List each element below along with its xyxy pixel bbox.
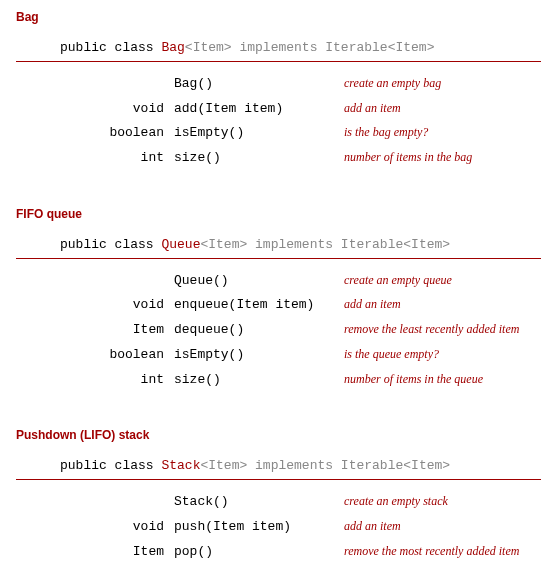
return-type: int — [16, 368, 174, 393]
type-param: <Item> — [200, 237, 247, 252]
return-type: boolean — [16, 121, 174, 146]
method-description: remove the least recently added item — [344, 318, 541, 341]
return-type: void — [16, 97, 174, 122]
method-signature: add(Item item) — [174, 97, 344, 122]
type-param: <Item> — [200, 458, 247, 473]
method-signature: enqueue(Item item) — [174, 293, 344, 318]
section-title: Bag — [16, 10, 541, 24]
class-signature: public class Queue<Item> implements Iter… — [16, 237, 541, 259]
method-description: add an item — [344, 97, 541, 120]
method-description: create an empty bag — [344, 72, 541, 95]
method-description: create an empty stack — [344, 490, 541, 513]
api-section: FIFO queuepublic class Queue<Item> imple… — [16, 207, 541, 392]
method-row: voidenqueue(Item item)add an item — [16, 293, 541, 318]
return-type: Item — [16, 318, 174, 343]
method-row: voidadd(Item item)add an item — [16, 97, 541, 122]
return-type: boolean — [16, 343, 174, 368]
implements-clause: implements Iterable<Item> — [247, 237, 450, 252]
method-signature: Stack() — [174, 490, 344, 515]
method-signature: push(Item item) — [174, 515, 344, 540]
method-row: Stack()create an empty stack — [16, 490, 541, 515]
method-signature: Queue() — [174, 269, 344, 294]
method-description: add an item — [344, 515, 541, 538]
api-section: Bagpublic class Bag<Item> implements Ite… — [16, 10, 541, 171]
section-title: FIFO queue — [16, 207, 541, 221]
method-description: create an empty queue — [344, 269, 541, 292]
method-row: Itempop()remove the most recently added … — [16, 540, 541, 565]
api-reference: Bagpublic class Bag<Item> implements Ite… — [16, 10, 541, 569]
class-signature: public class Bag<Item> implements Iterab… — [16, 40, 541, 62]
method-signature: dequeue() — [174, 318, 344, 343]
method-row: Itemdequeue()remove the least recently a… — [16, 318, 541, 343]
method-row: booleanisEmpty()is the stack empty? — [16, 564, 541, 569]
method-signature: isEmpty() — [174, 343, 344, 368]
return-type: void — [16, 515, 174, 540]
type-param: <Item> — [185, 40, 232, 55]
return-type: void — [16, 293, 174, 318]
section-title: Pushdown (LIFO) stack — [16, 428, 541, 442]
return-type: Item — [16, 540, 174, 565]
method-row: Queue()create an empty queue — [16, 269, 541, 294]
class-name: Queue — [161, 237, 200, 252]
method-signature: size() — [174, 146, 344, 171]
keyword: public class — [60, 458, 161, 473]
class-name: Stack — [161, 458, 200, 473]
return-type: int — [16, 146, 174, 171]
method-row: booleanisEmpty()is the queue empty? — [16, 343, 541, 368]
method-signature: pop() — [174, 540, 344, 565]
class-name: Bag — [161, 40, 184, 55]
method-signature: Bag() — [174, 72, 344, 97]
method-row: intsize()number of items in the bag — [16, 146, 541, 171]
method-row: booleanisEmpty()is the bag empty? — [16, 121, 541, 146]
method-row: Bag()create an empty bag — [16, 72, 541, 97]
method-description: is the queue empty? — [344, 343, 541, 366]
method-description: remove the most recently added item — [344, 540, 541, 563]
method-description: number of items in the bag — [344, 146, 541, 169]
method-signature: isEmpty() — [174, 564, 344, 569]
return-type: boolean — [16, 564, 174, 569]
method-row: voidpush(Item item)add an item — [16, 515, 541, 540]
keyword: public class — [60, 40, 161, 55]
method-description: is the stack empty? — [344, 564, 541, 569]
api-section: Pushdown (LIFO) stackpublic class Stack<… — [16, 428, 541, 569]
method-description: add an item — [344, 293, 541, 316]
implements-clause: implements Iterable<Item> — [232, 40, 435, 55]
implements-clause: implements Iterable<Item> — [247, 458, 450, 473]
method-signature: isEmpty() — [174, 121, 344, 146]
method-description: number of items in the queue — [344, 368, 541, 391]
class-signature: public class Stack<Item> implements Iter… — [16, 458, 541, 480]
method-row: intsize()number of items in the queue — [16, 368, 541, 393]
keyword: public class — [60, 237, 161, 252]
method-signature: size() — [174, 368, 344, 393]
method-description: is the bag empty? — [344, 121, 541, 144]
